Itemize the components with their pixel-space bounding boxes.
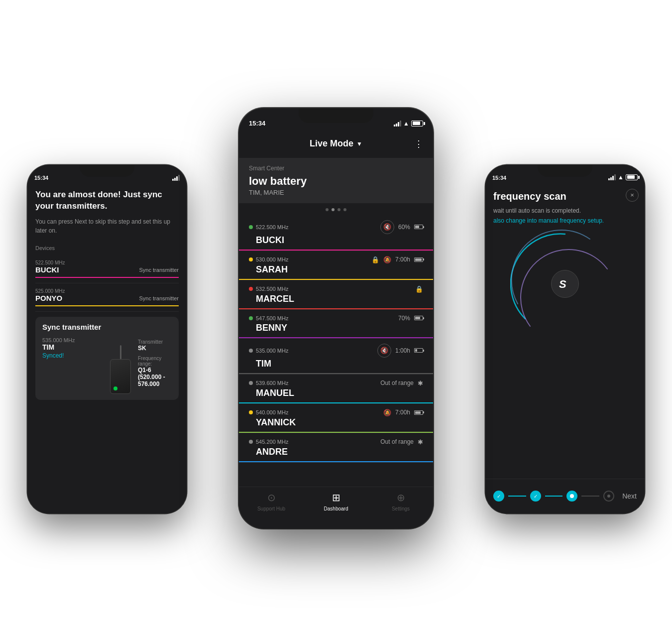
battery-icon: [411, 121, 423, 127]
sarah-dot: [249, 257, 253, 261]
benny-freq-row: 547.500 MHz: [249, 315, 288, 321]
sync-panel-body: 535.000 MHz TIM Synced!: [42, 337, 172, 394]
battery-small-sarah: [414, 257, 423, 262]
device-name-ponyo: PONYO: [35, 294, 62, 302]
header-title[interactable]: Live Mode ▼: [310, 138, 362, 149]
freq-scan-title: frequency scan: [485, 183, 645, 206]
channel-list: 522.500 MHz 🔇 60% BUCKI: [239, 215, 433, 487]
device-row-ponyo: 525.000 MHz PONYO Sync transmitter: [35, 283, 179, 312]
bucki-freq: 522.500 MHz: [256, 224, 288, 230]
battery-fill: [413, 122, 420, 125]
yannick-freq-row: 540.000 MHz: [249, 409, 288, 415]
benny-color-bar: [239, 337, 433, 338]
marcel-freq: 532.500 MHz: [256, 286, 288, 292]
left-sync-subtitle: You can press Next to skip this step and…: [35, 217, 179, 235]
yannick-status: 🔕 7:00h: [383, 409, 423, 416]
dashboard-icon: ⊞: [330, 491, 342, 504]
smart-center-alert-sub: TIM, MARIE: [249, 189, 423, 196]
device-row-bucki: 522.500 MHz BUCKI Sync transmitter: [35, 255, 179, 283]
tab-dashboard-label: Dashboard: [324, 506, 348, 511]
checkmark-icon-1: ✓: [497, 494, 501, 499]
channel-yannick[interactable]: 540.000 MHz 🔕 7:00h YANNICK: [239, 404, 433, 433]
smart-center-label: Smart Center: [249, 165, 423, 172]
center-header: Live Mode ▼ ⋮: [239, 130, 433, 158]
dot-2: [332, 208, 335, 211]
tim-freq: 535.000 MHz: [256, 348, 288, 354]
step-4: [603, 491, 614, 502]
dot-1: [326, 208, 329, 211]
freq-scan-link[interactable]: also change into manual frequency setup.: [485, 217, 645, 224]
transmitter-type: SK: [138, 345, 172, 352]
sennheiser-s-logo-svg: S: [557, 276, 573, 292]
sarah-name: SARAH: [256, 264, 423, 275]
manuel-dot: [249, 381, 253, 385]
device-name-bucki: BUCKI: [35, 265, 59, 274]
yannick-top-row: 540.000 MHz 🔕 7:00h: [249, 409, 423, 416]
channel-andre[interactable]: 545.200 MHz Out of range ✱ ANDRE: [239, 433, 433, 463]
smart-center-alert-title: low battery: [249, 175, 423, 188]
phone-center: 15:34 ▲ Live Mode ▼ ⋮: [239, 108, 433, 528]
tab-dashboard[interactable]: ⊞ Dashboard: [304, 491, 368, 511]
checkmark-icon-2: ✓: [534, 494, 538, 499]
step-line-3: [581, 496, 599, 497]
step-line-1: [508, 496, 526, 497]
right-battery-fill: [627, 175, 635, 179]
sync-btn-ponyo[interactable]: Sync transmitter: [139, 295, 179, 301]
muted-icon-tim: 🔇: [377, 344, 391, 358]
sync-panel-status: Synced!: [42, 352, 104, 359]
step-2: ✓: [530, 491, 541, 502]
marcel-color-bar: [239, 308, 433, 309]
sk-antenna: [120, 345, 121, 359]
channel-sarah[interactable]: 530.000 MHz 🔒 🔕 7:00h SARAH: [239, 251, 433, 280]
yannick-time: 7:00h: [395, 409, 410, 416]
benny-status: 70%: [398, 315, 423, 322]
battery-small-fill-bucki: [415, 226, 419, 228]
sarah-time: 7:00h: [395, 256, 410, 263]
left-time: 15:34: [34, 175, 48, 181]
close-button[interactable]: ×: [626, 189, 639, 202]
battery-small-tim: [414, 348, 423, 353]
freq-range-detail: (520.000 - 576.000: [138, 374, 172, 387]
right-status-icons: ▲: [608, 174, 638, 181]
battery-small-fill-yannick: [415, 411, 421, 414]
sync-panel-title: Sync transmitter: [42, 323, 172, 331]
channel-marcel[interactable]: 532.500 MHz 🔒 MARCEL: [239, 280, 433, 310]
tab-support-hub-label: Support Hub: [257, 506, 285, 511]
smart-center-banner: Smart Center low battery TIM, MARIE: [239, 158, 433, 203]
sarah-color-bar: [239, 279, 433, 280]
benny-dot: [249, 316, 253, 320]
channel-bucki[interactable]: 522.500 MHz 🔇 60% BUCKI: [239, 215, 433, 251]
right-content: × frequency scan wait until auto scan is…: [485, 183, 645, 513]
manuel-status-text: Out of range: [380, 380, 414, 386]
center-status-icons: ▲: [394, 120, 423, 127]
right-time: 15:34: [492, 175, 506, 181]
channel-manuel[interactable]: 539.600 MHz Out of range ✱ MANUEL: [239, 375, 433, 404]
bucki-name: BUCKI: [256, 235, 423, 246]
sarah-freq-row: 530.000 MHz: [249, 256, 288, 262]
left-content: You are almost done! Just sync your tran…: [27, 183, 187, 513]
yannick-dot: [249, 410, 253, 414]
left-devices-label: Devices: [35, 245, 179, 251]
step-4-inner: [607, 495, 610, 498]
transmitter-label: Transmitter: [138, 339, 172, 345]
tim-freq-row: 535.000 MHz: [249, 348, 288, 354]
channel-tim[interactable]: 535.000 MHz 🔇 1:00h TIM: [239, 339, 433, 375]
next-button[interactable]: Next: [622, 492, 637, 500]
right-notch: [538, 165, 592, 177]
sync-btn-bucki[interactable]: Sync transmitter: [139, 267, 179, 273]
left-sync-title: You are almost done! Just sync your tran…: [35, 189, 179, 213]
svg-text:S: S: [559, 278, 566, 290]
sk-body: [110, 359, 131, 394]
channel-benny[interactable]: 547.500 MHz 70% BENNY: [239, 310, 433, 339]
tab-support-hub[interactable]: ⊙ Support Hub: [239, 491, 304, 511]
yannick-color-bar: [239, 432, 433, 433]
more-icon[interactable]: ⋮: [414, 138, 423, 149]
tab-settings[interactable]: ⊕ Settings: [368, 491, 433, 511]
left-notch: [80, 165, 134, 177]
transmitter-info: Transmitter SK Frequency range: Q1-6 (52…: [138, 339, 172, 394]
lock-icon-sarah: 🔒: [371, 256, 379, 263]
marcel-status: 🔒: [415, 285, 423, 293]
muted-icon-bucki: 🔇: [380, 220, 394, 234]
center-signal: [394, 121, 401, 127]
marcel-dot: [249, 287, 253, 291]
